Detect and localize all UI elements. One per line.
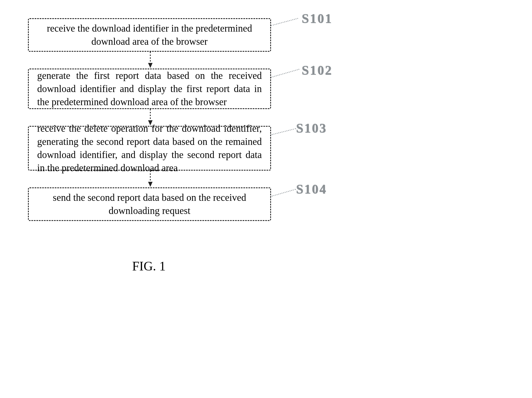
step-box-s104: send the second report data based on the…: [28, 187, 271, 221]
step-text-s102: generate the first report data based on …: [37, 69, 262, 109]
leader-s104: [272, 189, 296, 197]
leader-s103: [272, 128, 296, 135]
step-text-s101: receive the download identifier in the p…: [37, 22, 262, 48]
step-label-s101: S101: [302, 11, 333, 26]
step-box-s103: receive the delete operation for the dow…: [28, 126, 271, 171]
step-box-s101: receive the download identifier in the p…: [28, 18, 271, 52]
figure-caption: FIG. 1: [132, 259, 166, 274]
svg-marker-5: [148, 182, 153, 187]
leader-s102: [271, 69, 300, 78]
flowchart-canvas: receive the download identifier in the p…: [0, 0, 532, 398]
step-label-s104: S104: [296, 182, 327, 197]
arrow-s101-s102: [148, 52, 153, 69]
svg-marker-1: [148, 63, 153, 68]
step-text-s103: receive the delete operation for the dow…: [37, 122, 262, 175]
step-text-s104: send the second report data based on the…: [37, 191, 262, 218]
arrow-s103-s104: [148, 171, 153, 187]
leader-s101: [271, 18, 298, 26]
step-label-s103: S103: [296, 121, 327, 136]
step-box-s102: generate the first report data based on …: [28, 69, 271, 109]
step-label-s102: S102: [302, 63, 333, 78]
